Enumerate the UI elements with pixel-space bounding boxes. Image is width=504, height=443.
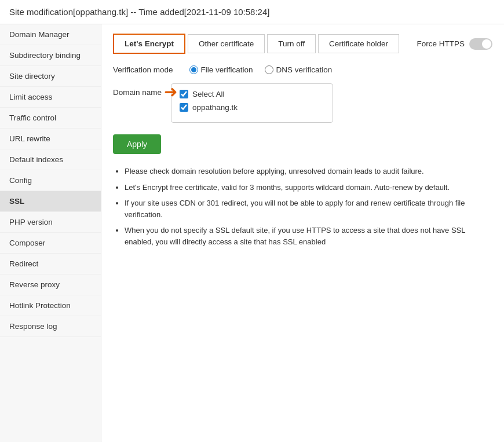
sidebar-item-php-version[interactable]: PHP version xyxy=(0,212,101,233)
sidebar-item-config[interactable]: Config xyxy=(0,170,101,191)
sidebar-item-default-indexes[interactable]: Default indexes xyxy=(0,149,101,170)
sidebar: Domain ManagerSubdirectory bindingSite d… xyxy=(0,24,101,442)
sidebar-item-limit-access[interactable]: Limit access xyxy=(0,87,101,108)
select-all-label: Select All xyxy=(192,90,225,98)
domain-name: oppathang.tk xyxy=(192,103,238,112)
sidebar-item-traffic-control[interactable]: Traffic control xyxy=(0,108,101,129)
sidebar-item-reverse-proxy[interactable]: Reverse proxy xyxy=(0,274,101,295)
tab-lets-encrypt[interactable]: Let's Encrypt xyxy=(113,34,185,54)
file-verification-label: File verification xyxy=(201,65,253,74)
notes-list: Please check domain resolution before ap… xyxy=(113,166,492,247)
sidebar-item-ssl[interactable]: SSL xyxy=(0,191,101,212)
sidebar-item-redirect[interactable]: Redirect xyxy=(0,254,101,274)
domain-checkbox[interactable] xyxy=(180,103,188,112)
file-verification-option[interactable]: File verification xyxy=(189,65,253,74)
verification-row: Verification mode File verification DNS … xyxy=(113,65,492,74)
note-item: Please check domain resolution before ap… xyxy=(125,166,492,177)
force-https-row: Force HTTPS xyxy=(417,38,492,50)
domain-item-row[interactable]: oppathang.tk xyxy=(180,103,324,112)
dns-verification-label: DNS verification xyxy=(276,65,333,74)
tab-turn-off[interactable]: Turn off xyxy=(267,34,316,53)
note-item: Let's Encrypt free certificate, valid fo… xyxy=(125,182,492,193)
select-all-row[interactable]: Select All xyxy=(180,90,324,98)
domain-section: Domain name ➜ Select All oppathang.tk xyxy=(113,83,492,123)
dns-verification-radio[interactable] xyxy=(265,65,273,74)
sidebar-item-composer[interactable]: Composer xyxy=(0,233,101,254)
tab-other-certificate[interactable]: Other certificate xyxy=(188,34,265,53)
select-all-checkbox[interactable] xyxy=(180,90,188,98)
note-item: When you do not specify a SSL default si… xyxy=(125,225,492,247)
sidebar-item-hotlink-protection[interactable]: Hotlink Protection xyxy=(0,295,101,316)
sidebar-item-site-directory[interactable]: Site directory xyxy=(0,66,101,87)
note-item: If your site uses CDN or 301 redirect, y… xyxy=(125,197,492,220)
main-content: Let's EncryptOther certificateTurn offCe… xyxy=(101,24,504,442)
page-title: Site modification[oppathang.tk] -- Time … xyxy=(0,0,504,24)
domain-box: Select All oppathang.tk xyxy=(171,83,333,123)
arrow-indicator: ➜ xyxy=(164,82,177,101)
force-https-toggle[interactable] xyxy=(469,38,492,50)
tabs-row: Let's EncryptOther certificateTurn offCe… xyxy=(113,34,492,54)
dns-verification-option[interactable]: DNS verification xyxy=(265,65,333,74)
sidebar-item-subdirectory-binding[interactable]: Subdirectory binding xyxy=(0,45,101,66)
sidebar-item-domain-manager[interactable]: Domain Manager xyxy=(0,24,101,45)
force-https-label: Force HTTPS xyxy=(417,39,465,48)
sidebar-item-url-rewrite[interactable]: URL rewrite xyxy=(0,129,101,149)
tab-certificate-holder[interactable]: Certificate holder xyxy=(318,34,399,53)
sidebar-item-response-log[interactable]: Response log xyxy=(0,316,101,337)
file-verification-radio[interactable] xyxy=(189,65,198,74)
verification-label: Verification mode xyxy=(113,65,173,74)
apply-button[interactable]: Apply xyxy=(113,134,161,154)
domain-label: Domain name xyxy=(113,88,162,97)
